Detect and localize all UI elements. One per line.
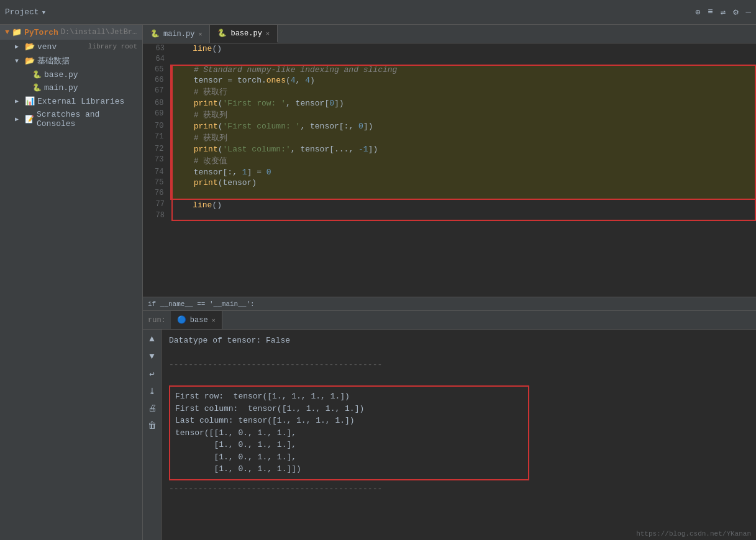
line-code: # 获取行 bbox=[171, 86, 756, 98]
line-num: 72 bbox=[143, 144, 171, 155]
table-row: 73 # 改变值 bbox=[143, 155, 756, 167]
line-num: 78 bbox=[143, 210, 171, 221]
main-py-label: main.py bbox=[44, 83, 137, 92]
folder-arrow: ▼ bbox=[15, 58, 22, 65]
venv-sublabel: library root bbox=[88, 43, 137, 50]
pytorch-label: PyTorch bbox=[24, 28, 58, 37]
console-tab-close[interactable]: ✕ bbox=[212, 317, 216, 324]
scroll-down-icon[interactable]: ▼ bbox=[145, 349, 159, 363]
tab-label-main: main.py bbox=[163, 30, 194, 38]
scroll-up-icon[interactable]: ▲ bbox=[145, 332, 159, 346]
sidebar-item-scratches[interactable]: ▶ 📝 Scratches and Consoles bbox=[10, 108, 142, 130]
ext-libs-label: External Libraries bbox=[37, 97, 137, 106]
top-bar: Project ▾ ⊕ ≡ ⇌ ⚙ — bbox=[0, 0, 756, 25]
print-icon[interactable]: 🖨 bbox=[145, 402, 159, 415]
line-code: print('Last column:', tensor[..., -1]) bbox=[171, 144, 756, 155]
tab-close-base[interactable]: ✕ bbox=[266, 30, 270, 37]
sidebar-item-venv[interactable]: ▶ 📂 venv library root bbox=[10, 40, 142, 53]
table-row: 65 # Standard numpy-like indexing and sl… bbox=[143, 65, 756, 75]
base-py-label: base.py bbox=[44, 70, 137, 79]
project-title[interactable]: Project ▾ bbox=[5, 7, 46, 17]
line-code: line() bbox=[171, 199, 756, 210]
line-num: 69 bbox=[143, 109, 171, 121]
venv-label: venv bbox=[37, 42, 86, 52]
table-row: 74 tensor[:, 1] = 0 bbox=[143, 167, 756, 178]
console-tab-label: base bbox=[190, 316, 208, 325]
table-row: 66 tensor = torch.ones(4, 4) bbox=[143, 75, 756, 86]
console-line: [1., 0., 1., 1.]]) bbox=[175, 463, 523, 475]
line-code: # 获取列 bbox=[171, 109, 756, 121]
line-code: tensor[:, 1] = 0 bbox=[171, 167, 756, 178]
run-label: run: bbox=[143, 311, 171, 329]
console-tab[interactable]: 🔵 base ✕ bbox=[171, 311, 222, 329]
tab-label-base: base.py bbox=[230, 29, 262, 38]
table-row: 69 # 获取列 bbox=[143, 109, 756, 121]
tab-bar: 🐍 main.py ✕ 🐍 base.py ✕ bbox=[143, 25, 756, 43]
console-line: First row: tensor([1., 1., 1., 1.]) bbox=[175, 390, 523, 403]
sidebar-item-ext-libs[interactable]: ▶ 📊 External Libraries bbox=[10, 94, 142, 108]
settings-icon[interactable]: ⚙ bbox=[733, 7, 738, 17]
console-sidebar: ▲ ▼ ↩ ⤓ 🖨 🗑 bbox=[143, 330, 162, 540]
table-row: 71 # 获取列 bbox=[143, 132, 756, 144]
sidebar-item-main-py[interactable]: 🐍 main.py bbox=[27, 81, 142, 94]
line-num: 73 bbox=[143, 155, 171, 167]
table-row: 72 print('Last column:', tensor[..., -1]… bbox=[143, 144, 756, 155]
pytorch-row[interactable]: ▼ 📁 PyTorch D:\install\JetBrains\JetBrai… bbox=[0, 25, 142, 40]
line-num: 76 bbox=[143, 188, 171, 199]
tab-close-main[interactable]: ✕ bbox=[198, 30, 202, 38]
arrow-icon: ▼ bbox=[5, 28, 9, 37]
pytorch-path: D:\install\JetBrains\JetBrains\PyCharm\p… bbox=[61, 28, 137, 37]
console-area: ▲ ▼ ↩ ⤓ 🖨 🗑 Datatype of tensor: False --… bbox=[143, 330, 756, 540]
table-row: 63 line() bbox=[143, 43, 756, 54]
line-num: 74 bbox=[143, 167, 171, 178]
table-row: 68 print('First row: ', tensor[0]) bbox=[143, 98, 756, 109]
tab-main-py[interactable]: 🐍 main.py ✕ bbox=[143, 25, 210, 43]
tab-base-py[interactable]: 🐍 base.py ✕ bbox=[210, 25, 277, 43]
minimize-icon[interactable]: — bbox=[746, 7, 751, 17]
main-area: ▼ 📁 PyTorch D:\install\JetBrains\JetBrai… bbox=[0, 25, 756, 540]
add-icon[interactable]: ⊕ bbox=[695, 7, 700, 17]
wrap-icon[interactable]: ↩ bbox=[145, 367, 159, 380]
console-line: [1., 0., 1., 1.], bbox=[175, 439, 523, 451]
delete-icon[interactable]: 🗑 bbox=[145, 419, 159, 433]
line-num: 70 bbox=[143, 121, 171, 132]
table-row: 76 bbox=[143, 188, 756, 199]
table-row: 77 line() bbox=[143, 199, 756, 210]
line-code: # 获取列 bbox=[171, 132, 756, 144]
bottom-panel: run: 🔵 base ✕ ▲ ▼ ↩ ⤓ 🖨 🗑 bbox=[143, 310, 756, 540]
line-code: # Standard numpy-like indexing and slici… bbox=[171, 65, 756, 75]
sidebar-item-base-py[interactable]: 🐍 base.py bbox=[27, 68, 142, 81]
scratches-label: Scratches and Consoles bbox=[37, 110, 137, 128]
scratch-icon: 📝 bbox=[25, 115, 34, 124]
line-code: line() bbox=[171, 43, 756, 54]
line-num: 71 bbox=[143, 132, 171, 144]
status-text: if __name__ == '__main__': bbox=[148, 300, 255, 308]
code-editor[interactable]: 63 line() 64 65 # Standard numpy-like in… bbox=[143, 43, 756, 297]
save-icon[interactable]: ⤓ bbox=[145, 384, 159, 398]
console-line: [1., 0., 1., 1.], bbox=[175, 451, 523, 464]
sidebar-item-folder[interactable]: ▼ 📂 基础数据 bbox=[10, 53, 142, 68]
line-num: 65 bbox=[143, 65, 171, 75]
venv-arrow: ▶ bbox=[15, 43, 22, 50]
dropdown-icon[interactable]: ▾ bbox=[42, 7, 47, 17]
line-code bbox=[171, 188, 756, 199]
run-prefix: run: bbox=[148, 316, 166, 325]
list-icon[interactable]: ≡ bbox=[708, 7, 713, 17]
py-file-icon: 🐍 bbox=[32, 70, 42, 79]
table-row: 75 print(tensor) bbox=[143, 178, 756, 188]
console-line: Datatype of tensor: False bbox=[169, 335, 749, 347]
sort-icon[interactable]: ⇌ bbox=[721, 7, 726, 17]
line-num: 75 bbox=[143, 178, 171, 188]
console-output: Datatype of tensor: False --------------… bbox=[162, 330, 756, 540]
table-row: 70 print('First column: ', tensor[:, 0]) bbox=[143, 121, 756, 132]
table-row: 64 bbox=[143, 54, 756, 65]
console-divider-after: ----------------------------------------… bbox=[169, 483, 749, 495]
code-table: 63 line() 64 65 # Standard numpy-like in… bbox=[143, 43, 756, 221]
scratch-arrow: ▶ bbox=[15, 115, 22, 123]
line-code: print('First row: ', tensor[0]) bbox=[171, 98, 756, 109]
top-bar-icons: ⊕ ≡ ⇌ ⚙ — bbox=[695, 7, 751, 17]
line-code: print(tensor) bbox=[171, 178, 756, 188]
line-code: # 改变值 bbox=[171, 155, 756, 167]
console-line: tensor([[1., 0., 1., 1.], bbox=[175, 427, 523, 439]
line-num: 77 bbox=[143, 199, 171, 210]
